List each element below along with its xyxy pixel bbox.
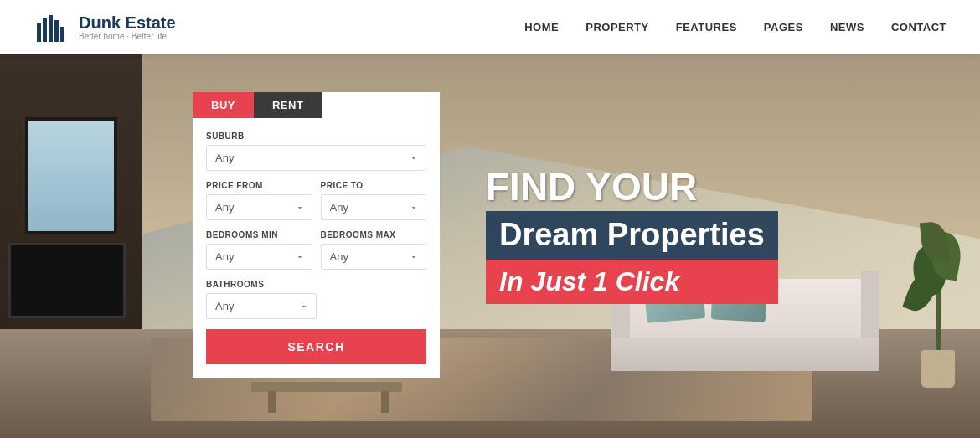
header: Dunk Estate Better home · Better life HO… <box>0 0 980 54</box>
table-leg-1 <box>268 391 276 413</box>
price-from-select[interactable]: Any $100,000 $200,000 $300,000 <box>206 194 312 220</box>
bedrooms-min-label: BEDROOMS MIN <box>206 230 312 240</box>
logo-text: Dunk Estate Better home · Better life <box>79 13 176 41</box>
suburb-label: SUBURB <box>206 131 426 141</box>
logo-tagline: Better home · Better life <box>79 32 176 41</box>
hero-dream-box: Dream Properties <box>486 211 778 260</box>
hero-text-block: FIND YOUR Dream Properties In Just 1 Cli… <box>486 167 778 304</box>
svg-rect-4 <box>54 20 59 42</box>
price-to-label: PRICE TO <box>321 181 427 190</box>
bathrooms-label: BATHROOMS <box>206 280 426 289</box>
hero-headline-dream: Dream Properties <box>499 218 765 253</box>
search-tabs: BUY RENT <box>193 92 440 118</box>
logo-icon <box>34 8 69 47</box>
bathrooms-field: BATHROOMS Any 1 2 3 4+ <box>206 280 426 319</box>
nav-contact[interactable]: CONTACT <box>891 21 946 33</box>
tab-buy[interactable]: BUY <box>193 92 254 118</box>
price-from-label: PRICE FROM <box>206 181 312 190</box>
price-to-field: PRICE TO Any $200,000 $500,000 $1,000,00… <box>321 181 427 220</box>
logo-name: Dunk Estate <box>79 13 176 32</box>
bedrooms-max-field: BEDROOMS MAX Any 1 2 3 4 5+ <box>321 230 427 270</box>
hero-click-box: In Just 1 Click <box>486 260 778 304</box>
search-button[interactable]: SEARCH <box>206 329 426 364</box>
bedrooms-max-select[interactable]: Any 1 2 3 4 5+ <box>321 244 427 270</box>
plant <box>913 350 946 388</box>
bedrooms-max-label: BEDROOMS MAX <box>321 230 427 240</box>
svg-rect-1 <box>37 23 41 42</box>
suburb-field: SUBURB Any City Center Suburb North Subu… <box>206 131 426 171</box>
svg-rect-3 <box>49 15 53 42</box>
logo: Dunk Estate Better home · Better life <box>34 8 176 47</box>
bedrooms-row: BEDROOMS MIN Any 1 2 3 4 5+ BEDROOMS MAX… <box>206 230 426 270</box>
search-panel: BUY RENT SUBURB Any City Center Suburb N… <box>193 92 440 378</box>
hero-headline-click: In Just 1 Click <box>499 266 765 297</box>
table-leg-2 <box>381 391 389 413</box>
suburb-select[interactable]: Any City Center Suburb North Suburb Sout… <box>206 145 426 171</box>
price-to-select[interactable]: Any $200,000 $500,000 $1,000,000 <box>321 194 427 220</box>
svg-rect-5 <box>60 27 64 42</box>
nav-features[interactable]: FEATURES <box>676 21 737 33</box>
nav-home[interactable]: HOME <box>524 21 559 33</box>
bedrooms-min-select[interactable]: Any 1 2 3 4 5+ <box>206 244 312 270</box>
bathrooms-select[interactable]: Any 1 2 3 4+ <box>206 293 317 319</box>
bedrooms-min-field: BEDROOMS MIN Any 1 2 3 4 5+ <box>206 230 312 270</box>
nav-news[interactable]: NEWS <box>830 21 864 33</box>
tv <box>8 243 126 318</box>
svg-rect-2 <box>43 18 47 42</box>
window <box>25 117 117 234</box>
main-nav: HOME PROPERTY FEATURES PAGES NEWS CONTAC… <box>524 21 946 33</box>
hero-section: FIND YOUR Dream Properties In Just 1 Cli… <box>0 0 980 438</box>
price-from-field: PRICE FROM Any $100,000 $200,000 $300,00… <box>206 181 312 220</box>
hero-headline-find: FIND YOUR <box>486 167 778 206</box>
nav-property[interactable]: PROPERTY <box>585 21 649 33</box>
search-form: SUBURB Any City Center Suburb North Subu… <box>193 118 440 378</box>
nav-pages[interactable]: PAGES <box>764 21 803 33</box>
tab-rent[interactable]: RENT <box>254 92 322 118</box>
price-row: PRICE FROM Any $100,000 $200,000 $300,00… <box>206 181 426 220</box>
